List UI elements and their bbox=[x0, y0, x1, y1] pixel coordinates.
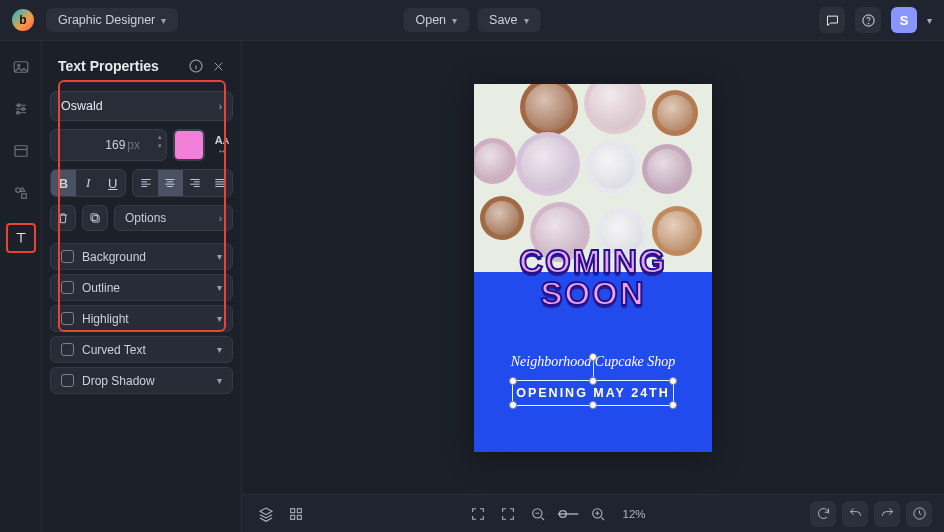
align-justify-button[interactable] bbox=[207, 170, 232, 196]
comments-button[interactable] bbox=[819, 7, 845, 33]
font-family-value: Oswald bbox=[61, 99, 103, 113]
checkbox[interactable] bbox=[61, 281, 74, 294]
svg-point-1 bbox=[868, 23, 869, 24]
font-size-stepper[interactable]: ▴▾ bbox=[158, 133, 162, 149]
options-dropdown[interactable]: Options › bbox=[114, 205, 233, 231]
document-card[interactable]: COMING SOON Neighborhood Cupcake Shop OP… bbox=[474, 84, 712, 452]
chevron-right-icon: › bbox=[219, 101, 222, 112]
rotate-stem bbox=[593, 359, 594, 377]
text-align-group bbox=[132, 169, 233, 197]
bottom-bar: 12% bbox=[242, 494, 944, 532]
text-color-swatch[interactable] bbox=[173, 129, 205, 161]
grid-button[interactable] bbox=[284, 502, 308, 526]
rail-adjust-button[interactable] bbox=[9, 97, 33, 121]
resize-handle-bl[interactable] bbox=[509, 401, 517, 409]
open-button[interactable]: Open ▾ bbox=[403, 8, 469, 32]
rail-layout-button[interactable] bbox=[9, 139, 33, 163]
chevron-down-icon: ▾ bbox=[452, 15, 457, 26]
svg-rect-9 bbox=[21, 194, 26, 199]
zoom-label[interactable]: 12% bbox=[622, 508, 645, 520]
resize-handle-tc[interactable] bbox=[589, 377, 597, 385]
rotate-handle[interactable] bbox=[589, 353, 597, 361]
redo-button[interactable] bbox=[874, 501, 900, 527]
align-right-button[interactable] bbox=[183, 170, 208, 196]
selected-text: OPENING MAY 24TH bbox=[516, 386, 670, 400]
effect-row-outline[interactable]: Outline▾ bbox=[50, 274, 233, 301]
history-button[interactable] bbox=[906, 501, 932, 527]
font-size-input[interactable]: 169px ▴▾ bbox=[50, 129, 167, 161]
align-justify-icon bbox=[213, 176, 227, 190]
duplicate-button[interactable] bbox=[82, 205, 108, 231]
effect-row-highlight[interactable]: Highlight▾ bbox=[50, 305, 233, 332]
effect-label: Background bbox=[82, 250, 209, 264]
rail-elements-button[interactable] bbox=[9, 181, 33, 205]
fullscreen-button[interactable] bbox=[496, 502, 520, 526]
avatar-letter: S bbox=[900, 13, 909, 28]
effect-label: Drop Shadow bbox=[82, 374, 209, 388]
app-mode-dropdown[interactable]: Graphic Designer ▾ bbox=[46, 8, 178, 32]
chevron-down-icon: ▾ bbox=[217, 344, 222, 355]
svg-point-3 bbox=[17, 64, 19, 66]
effect-row-background[interactable]: Background▾ bbox=[50, 243, 233, 270]
shapes-icon bbox=[12, 184, 30, 202]
italic-button[interactable]: I bbox=[76, 170, 101, 196]
avatar[interactable]: S bbox=[891, 7, 917, 33]
chevron-down-icon[interactable]: ▾ bbox=[927, 15, 932, 26]
panel-close-button[interactable] bbox=[207, 55, 229, 77]
headline-line1: COMING bbox=[474, 246, 712, 278]
checkbox[interactable] bbox=[61, 312, 74, 325]
rail-text-button[interactable] bbox=[6, 223, 36, 253]
align-left-button[interactable] bbox=[133, 170, 158, 196]
save-label: Save bbox=[489, 13, 518, 27]
underline-button[interactable]: U bbox=[100, 170, 125, 196]
effect-row-curved[interactable]: Curved Text▾ bbox=[50, 336, 233, 363]
canvas-area[interactable]: COMING SOON Neighborhood Cupcake Shop OP… bbox=[242, 41, 944, 494]
headline-text[interactable]: COMING SOON bbox=[474, 246, 712, 310]
svg-rect-13 bbox=[291, 508, 295, 512]
selected-text-box[interactable]: OPENING MAY 24TH bbox=[512, 380, 674, 406]
info-icon bbox=[188, 58, 204, 74]
resize-handle-bc[interactable] bbox=[589, 401, 597, 409]
save-button[interactable]: Save ▾ bbox=[477, 8, 541, 32]
zoom-slider[interactable] bbox=[556, 502, 580, 526]
headline-line2: SOON bbox=[474, 278, 712, 310]
app-logo[interactable]: b bbox=[12, 9, 34, 31]
text-icon bbox=[12, 229, 30, 247]
zoom-out-button[interactable] bbox=[526, 502, 550, 526]
bold-button[interactable]: B bbox=[51, 170, 76, 196]
checkbox[interactable] bbox=[61, 374, 74, 387]
align-center-icon bbox=[163, 176, 177, 190]
topbar-center: Open ▾ Save ▾ bbox=[403, 8, 540, 32]
resize-handle-tr[interactable] bbox=[669, 377, 677, 385]
delete-button[interactable] bbox=[50, 205, 76, 231]
layers-button[interactable] bbox=[254, 502, 278, 526]
panel-info-button[interactable] bbox=[185, 55, 207, 77]
style-align-row: B I U bbox=[50, 169, 233, 197]
zoom-in-icon bbox=[590, 506, 606, 522]
resize-handle-br[interactable] bbox=[669, 401, 677, 409]
topbar-right: S ▾ bbox=[819, 7, 932, 33]
refresh-button[interactable] bbox=[810, 501, 836, 527]
top-bar: b Graphic Designer ▾ Open ▾ Save ▾ S ▾ bbox=[0, 0, 944, 41]
rail-image-button[interactable] bbox=[9, 55, 33, 79]
font-family-dropdown[interactable]: Oswald › bbox=[50, 91, 233, 121]
grid-icon bbox=[288, 506, 304, 522]
resize-handle-tl[interactable] bbox=[509, 377, 517, 385]
sliders-icon bbox=[12, 100, 30, 118]
zoom-out-icon bbox=[530, 506, 546, 522]
slider-icon bbox=[556, 506, 580, 522]
chevron-down-icon: ▾ bbox=[217, 375, 222, 386]
align-center-button[interactable] bbox=[158, 170, 183, 196]
zoom-in-button[interactable] bbox=[586, 502, 610, 526]
undo-button[interactable] bbox=[842, 501, 868, 527]
chevron-down-icon: ▾ bbox=[524, 15, 529, 26]
effect-row-shadow[interactable]: Drop Shadow▾ bbox=[50, 367, 233, 394]
checkbox[interactable] bbox=[61, 343, 74, 356]
text-transform-button[interactable]: AA ↔ bbox=[211, 129, 233, 161]
fit-button[interactable] bbox=[466, 502, 490, 526]
redo-icon bbox=[880, 506, 895, 521]
help-button[interactable] bbox=[855, 7, 881, 33]
checkbox[interactable] bbox=[61, 250, 74, 263]
copy-icon bbox=[88, 211, 102, 225]
chevron-down-icon: ▾ bbox=[217, 313, 222, 324]
